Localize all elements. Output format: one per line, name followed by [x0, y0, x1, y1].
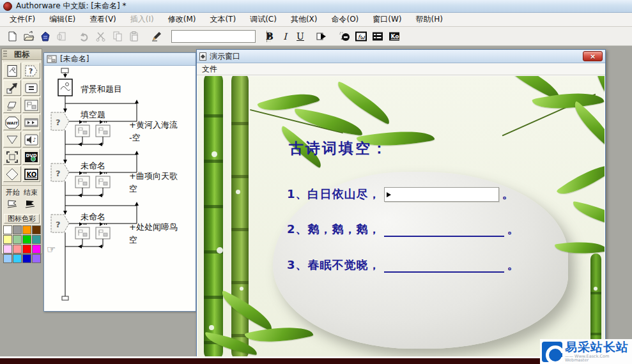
undo-icon: [79, 31, 90, 42]
wait-icon-button[interactable]: WAIT: [3, 114, 21, 130]
color-swatch[interactable]: [32, 225, 41, 234]
color-swatch[interactable]: [32, 235, 41, 244]
color-swatch[interactable]: [32, 245, 41, 254]
menu-text[interactable]: 文本(T): [203, 12, 243, 27]
digital-movie-icon-button[interactable]: [22, 114, 40, 130]
display-node-label: 背景和题目: [81, 84, 122, 94]
flowchart-window: [未命名] ? 背景和题目 填空题: [43, 52, 196, 312]
functions-button[interactable]: fω: [354, 29, 368, 43]
display-node[interactable]: [58, 79, 72, 96]
presentation-menu-file[interactable]: 文件: [202, 64, 217, 75]
text-style-input[interactable]: [172, 31, 266, 42]
color-swatch[interactable]: [3, 245, 12, 254]
color-swatch[interactable]: [13, 225, 22, 234]
text-style-combobox[interactable]: ▼: [171, 30, 256, 43]
map-window-icon: [47, 55, 57, 63]
flowchart-titlebar[interactable]: [未命名]: [44, 53, 196, 66]
interaction-2-node[interactable]: [51, 163, 69, 181]
svg-text:WAIT: WAIT: [7, 121, 19, 125]
sound-icon-button[interactable]: ♪: [22, 132, 40, 148]
decision-icon: [6, 168, 19, 181]
underline-button[interactable]: U: [294, 30, 307, 43]
map-node[interactable]: [96, 227, 110, 239]
response-label: +黄河入海流: [129, 120, 178, 130]
color-swatch[interactable]: [32, 254, 41, 263]
menu-debug[interactable]: 调试(C): [243, 12, 284, 27]
svg-text:fω: fω: [358, 33, 365, 40]
map-node[interactable]: [75, 125, 89, 137]
menu-view[interactable]: 查看(V): [82, 12, 123, 27]
open-file-button[interactable]: [22, 29, 36, 43]
color-swatch[interactable]: [22, 254, 31, 263]
cut-button: [94, 29, 108, 43]
map-node[interactable]: [75, 176, 89, 188]
interaction-icon-button[interactable]: ?: [22, 63, 40, 79]
end-flag-button[interactable]: [24, 199, 38, 211]
icon-palette-header[interactable]: 图标: [2, 49, 42, 60]
control-panel-button[interactable]: [337, 29, 351, 43]
menu-edit[interactable]: 编辑(E): [42, 12, 82, 27]
erase-icon: [6, 100, 19, 111]
navigation-icon-button[interactable]: [3, 132, 21, 148]
presentation-menubar: 文件: [197, 63, 605, 75]
app-titlebar[interactable]: Authorware 中文版: [未命名] *: [0, 0, 632, 13]
write-button[interactable]: [150, 29, 164, 43]
map-node[interactable]: [75, 227, 89, 239]
menu-file[interactable]: 文件(F): [3, 12, 42, 27]
presentation-window: 演示窗口 × 文件 古诗词填空：: [196, 49, 606, 358]
quiz-heading: 古诗词填空：: [289, 139, 389, 158]
flowchart-canvas[interactable]: ? 背景和题目 填空题: [45, 66, 195, 310]
end-flag-label: 结束: [24, 188, 38, 197]
bold-button[interactable]: B: [263, 30, 276, 43]
menu-help[interactable]: 帮助(H): [409, 12, 450, 27]
interaction-1-label: 填空题: [80, 110, 105, 119]
save-button[interactable]: [38, 29, 52, 43]
menu-other[interactable]: 其他(X): [284, 12, 325, 27]
color-swatch[interactable]: [13, 245, 22, 254]
run-button[interactable]: [315, 29, 329, 43]
color-swatch[interactable]: [13, 254, 22, 263]
color-swatch[interactable]: [3, 235, 12, 244]
menu-window[interactable]: 窗口(W): [366, 12, 408, 27]
variables-button[interactable]: [371, 29, 385, 43]
knowledge-objects-button[interactable]: Ko: [387, 29, 401, 43]
color-swatch[interactable]: [3, 225, 12, 234]
palette-grip[interactable]: [3, 50, 7, 58]
map-node[interactable]: [96, 176, 110, 188]
map-icon-button[interactable]: [22, 97, 40, 113]
decision-icon-button[interactable]: [3, 166, 21, 182]
paste-hand-icon[interactable]: ☞: [47, 243, 56, 255]
paste-icon: [128, 31, 140, 42]
interaction-icon: ?: [24, 64, 38, 77]
answer-entry-field[interactable]: [384, 187, 499, 202]
color-swatch[interactable]: [22, 225, 31, 234]
interaction-1-node[interactable]: [51, 112, 69, 130]
italic-button[interactable]: I: [279, 30, 291, 43]
color-swatch[interactable]: [22, 235, 31, 244]
close-button[interactable]: ×: [583, 51, 603, 61]
map-node[interactable]: [96, 125, 110, 137]
response-label: +处处闻啼鸟: [129, 222, 178, 232]
interaction-3-node[interactable]: [51, 215, 69, 232]
app-toolbar: ▼ B I U fω Ko: [0, 27, 632, 46]
color-swatch[interactable]: [3, 254, 12, 263]
knowledge-object-icon-button[interactable]: KO: [22, 166, 40, 182]
flowline-end-marker: [62, 296, 68, 300]
color-swatch[interactable]: [13, 235, 22, 244]
start-flag-button[interactable]: [6, 199, 20, 211]
color-swatch[interactable]: [22, 245, 31, 254]
erase-icon-button[interactable]: [3, 97, 21, 113]
menu-commands[interactable]: 命令(O): [324, 12, 366, 27]
motion-icon-button[interactable]: [3, 80, 21, 96]
new-file-button[interactable]: [5, 29, 19, 43]
presentation-titlebar[interactable]: 演示窗口 ×: [197, 50, 605, 63]
display-icon: [6, 64, 19, 77]
calculation-icon-button[interactable]: [22, 80, 40, 96]
black-flag-icon: [24, 199, 38, 209]
dvd-icon-button[interactable]: DVD: [22, 149, 40, 165]
easck-logo-icon: [542, 342, 562, 362]
display-icon-button[interactable]: [3, 63, 21, 79]
framework-icon-button[interactable]: [3, 149, 21, 165]
menu-modify[interactable]: 修改(M): [161, 12, 203, 27]
save-icon: [40, 31, 51, 42]
